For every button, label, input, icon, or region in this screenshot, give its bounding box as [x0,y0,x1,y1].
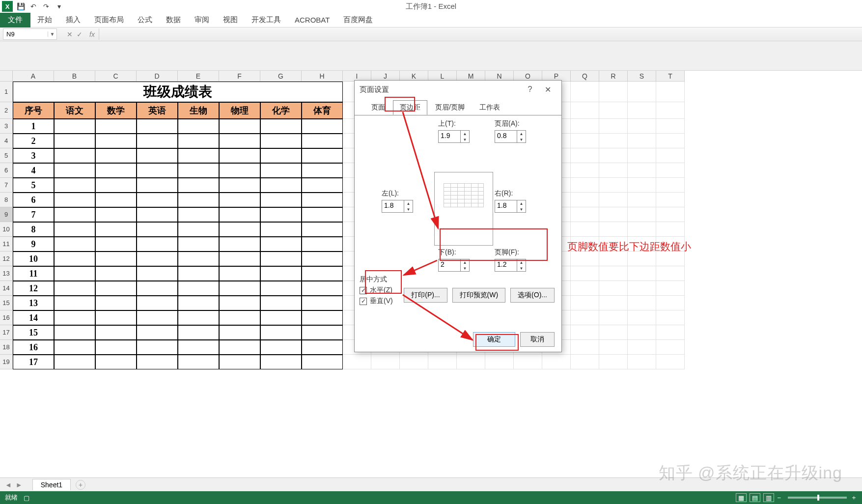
row-header[interactable]: 2 [0,102,13,119]
cell[interactable] [656,193,685,207]
col-header[interactable]: S [628,71,656,82]
cell[interactable]: 5 [13,178,54,193]
cell[interactable] [54,281,95,296]
cell[interactable] [599,163,628,178]
cell[interactable] [178,252,219,266]
cell[interactable] [302,325,343,340]
btn-cancel[interactable]: 取消 [520,332,555,347]
cell[interactable] [137,222,178,237]
cell[interactable] [302,222,343,237]
sheet-tab[interactable]: Sheet1 [32,479,71,490]
cell[interactable] [219,252,260,266]
row-header[interactable]: 1 [0,82,13,102]
cell[interactable] [54,193,95,207]
cell[interactable] [571,325,599,340]
cell[interactable] [137,148,178,163]
cell[interactable] [656,325,685,340]
cell[interactable] [54,237,95,252]
qat-customize-icon[interactable]: ▾ [54,1,64,11]
sheet-nav-prev-icon[interactable]: ◄ [5,481,12,489]
cell[interactable] [599,222,628,237]
cell[interactable] [628,266,656,281]
cell[interactable]: 15 [13,325,54,340]
formula-cancel-icon[interactable]: ✕ [67,30,73,38]
cell[interactable]: 1 [13,119,54,134]
cell[interactable] [137,134,178,148]
cell[interactable] [571,134,599,148]
cell[interactable] [571,252,599,266]
cell[interactable] [571,119,599,134]
cell[interactable] [628,119,656,134]
btn-print[interactable]: 打印(P)... [404,288,447,303]
cell[interactable] [302,148,343,163]
row-header[interactable]: 6 [0,163,13,178]
cell[interactable] [599,134,628,148]
cell[interactable] [95,281,137,296]
cell[interactable] [302,163,343,178]
cell[interactable] [571,148,599,163]
cell[interactable] [302,266,343,281]
cell[interactable] [260,310,302,325]
tab-baidu[interactable]: 百度网盘 [336,13,380,28]
cell[interactable] [656,355,685,369]
dlg-tab-margins[interactable]: 页边距 [393,100,427,115]
cell[interactable] [656,222,685,237]
row-header[interactable]: 17 [0,325,13,340]
cell[interactable] [571,207,599,222]
spin-bottom[interactable]: 2▲▼ [438,259,470,272]
cell[interactable]: 2 [13,134,54,148]
tab-view[interactable]: 视图 [216,13,245,28]
cell[interactable] [628,355,656,369]
cell[interactable] [95,237,137,252]
table-header-cell[interactable]: 化学 [260,102,302,119]
cell[interactable] [457,355,485,369]
formula-enter-icon[interactable]: ✓ [77,30,83,38]
qat-redo-button[interactable]: ↷ [41,1,51,11]
cell[interactable] [302,134,343,148]
cell[interactable] [95,207,137,222]
cell[interactable] [95,252,137,266]
cell[interactable] [656,119,685,134]
row-header[interactable]: 3 [0,119,13,134]
cell[interactable]: 6 [13,193,54,207]
cell[interactable] [260,281,302,296]
row-header[interactable]: 10 [0,222,13,237]
sheet-title-cell[interactable]: 班级成绩表 [13,82,343,102]
cell[interactable] [54,325,95,340]
cell[interactable] [571,222,599,237]
cell[interactable]: 11 [13,266,54,281]
row-header[interactable]: 12 [0,252,13,266]
cell[interactable] [656,296,685,310]
view-pagelayout-icon[interactable]: ▤ [750,493,760,502]
col-header[interactable]: E [178,71,219,82]
cell[interactable] [656,82,685,102]
cell[interactable] [571,266,599,281]
cell[interactable] [95,266,137,281]
row-header[interactable]: 5 [0,148,13,163]
row-header[interactable]: 16 [0,310,13,325]
cell[interactable] [137,252,178,266]
cell[interactable] [137,119,178,134]
cell[interactable] [428,355,457,369]
cell[interactable] [137,266,178,281]
cell[interactable] [219,222,260,237]
formula-input[interactable] [99,28,862,40]
cell[interactable] [656,102,685,119]
cell[interactable] [599,178,628,193]
cell[interactable] [54,119,95,134]
cell[interactable] [178,163,219,178]
cell[interactable]: 4 [13,163,54,178]
cell[interactable] [95,325,137,340]
cell[interactable] [54,178,95,193]
row-header[interactable]: 4 [0,134,13,148]
row-header[interactable]: 8 [0,193,13,207]
cell[interactable] [656,266,685,281]
row-header[interactable]: 11 [0,237,13,252]
cell[interactable]: 9 [13,237,54,252]
spin-right[interactable]: 1.8▲▼ [495,200,526,213]
cell[interactable] [54,266,95,281]
name-box[interactable]: N9 ▼ [3,28,57,40]
cell[interactable] [95,119,137,134]
btn-print-preview[interactable]: 打印预览(W) [452,288,506,303]
cell[interactable] [219,310,260,325]
